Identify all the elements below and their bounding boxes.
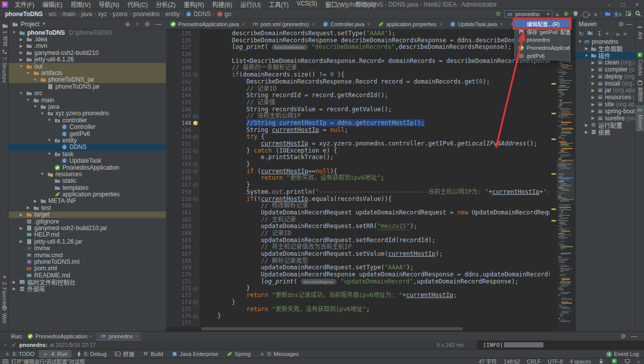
- tree-right-arrow-icon[interactable]: ▶: [12, 280, 17, 284]
- download-button[interactable]: ↧: [597, 30, 602, 37]
- editor[interactable]: PnonednsApplication.java×mpom.xml (pnone…: [166, 19, 550, 331]
- fold-minus-icon[interactable]: −: [193, 114, 198, 119]
- tool-window-button-终端[interactable]: 终端: [111, 350, 138, 358]
- status-item[interactable]: 4 spaces: [570, 358, 591, 364]
- expand-toolbar-icon[interactable]: »: [4, 342, 7, 347]
- tool-window-button-1: 项目[interactable]: 1: 项目: [1, 22, 9, 46]
- tree-right-arrow-icon[interactable]: ▶: [19, 37, 24, 42]
- editor-tab-pom.xml (pnonedns)[interactable]: mpom.xml (pnonedns)×: [249, 19, 318, 29]
- tree-arrow-icon[interactable]: ▶: [591, 116, 595, 120]
- tree-arrow-icon[interactable]: ▶: [584, 130, 589, 134]
- menu-item[interactable]: 窗口(W): [321, 0, 350, 9]
- maven-item-compiler[interactable]: ▶mcompiler (org.apac: [576, 66, 635, 73]
- tree-item-phoneToDNS[interactable]: ▼phoneToDNSD:\phoneToDNS: [9, 29, 166, 36]
- tree-down-arrow-icon[interactable]: ▼: [33, 78, 38, 82]
- fold-minus-icon[interactable]: −: [193, 183, 198, 187]
- run-button[interactable]: ▶: [556, 11, 559, 18]
- fold-column[interactable]: −: [192, 149, 199, 153]
- editor-tab-PnonednsApplication.java[interactable]: PnonednsApplication.java×: [166, 19, 249, 29]
- menu-item[interactable]: 文件(F): [11, 0, 38, 9]
- tree-right-arrow-icon[interactable]: ▶: [33, 199, 38, 203]
- fold-column[interactable]: −: [192, 114, 199, 119]
- tree-item-.idea[interactable]: ▶.idea: [9, 36, 166, 42]
- tree-right-arrow-icon[interactable]: ▶: [19, 226, 24, 231]
- close-tab-icon[interactable]: ×: [312, 22, 314, 27]
- tree-item-xyz.yzero.pnonedns[interactable]: ▼xyz.yzero.pnonedns: [9, 110, 166, 117]
- codota-icon[interactable]: [611, 358, 617, 364]
- run-configuration-select[interactable]: mpnonedns▼: [504, 10, 552, 18]
- tree-item-templates[interactable]: templates: [9, 184, 166, 191]
- fold-minus-icon[interactable]: −: [193, 162, 198, 167]
- close-tab-icon[interactable]: ×: [439, 22, 442, 27]
- breadcrumb-item[interactable]: java: [81, 11, 92, 18]
- tree-arrow-icon[interactable]: ▶: [584, 123, 589, 127]
- run-settings-button[interactable]: ⚙: [620, 333, 626, 340]
- tool-window-button-0: Messages[interactable]: ≡0: Messages: [255, 350, 302, 358]
- fold-column[interactable]: −: [192, 197, 199, 201]
- popup-item-pnonedns[interactable]: mpnonedns: [515, 36, 570, 44]
- fold-column[interactable]: −: [192, 183, 199, 187]
- breadcrumb-item[interactable]: CDDNS: [186, 11, 211, 18]
- tree-item-Controller[interactable]: CController: [9, 123, 166, 130]
- chevrons-button[interactable]: »: [623, 30, 627, 37]
- tree-down-arrow-icon[interactable]: ▼: [33, 104, 38, 109]
- stop-button[interactable]: ■: [594, 11, 597, 18]
- tree-item-.gitignore[interactable]: .gitignore: [9, 218, 166, 225]
- maven-item-jar[interactable]: ▶mjar (org.apache.ma: [576, 87, 635, 94]
- intention-bulb[interactable]: [192, 121, 199, 125]
- run-tab-PnonednsApplication[interactable]: PnonednsApplication×: [23, 332, 96, 341]
- close-tab-icon[interactable]: ×: [500, 22, 503, 27]
- menu-item[interactable]: 导航(N): [95, 0, 123, 9]
- breadcrumb-item[interactable]: go: [216, 11, 231, 18]
- horizontal-scrollbar[interactable]: [201, 327, 463, 330]
- tree-down-arrow-icon[interactable]: ▼: [47, 118, 52, 122]
- tree-arrow-icon[interactable]: ▶: [591, 88, 595, 93]
- close-tab-icon[interactable]: ×: [135, 334, 137, 339]
- breadcrumb-item[interactable]: xyz: [98, 11, 107, 18]
- tree-arrow-icon[interactable]: ▶: [591, 67, 595, 72]
- tree-arrow-icon[interactable]: ▼: [578, 39, 582, 44]
- tree-arrow-icon[interactable]: ▶: [591, 60, 595, 65]
- minimize-button[interactable]: –: [602, 0, 616, 9]
- tool-window-button-4: Run[interactable]: ▶4: Run: [39, 350, 71, 358]
- close-tab-icon[interactable]: ×: [90, 334, 92, 339]
- collapse-all-button[interactable]: ÷: [134, 21, 141, 28]
- tree-item-外部库[interactable]: ▶外部库: [9, 285, 166, 292]
- tree-item-artifacts[interactable]: ▼artifacts: [9, 69, 166, 76]
- status-item[interactable]: 47 字符: [479, 357, 497, 364]
- build-hammer-icon[interactable]: ⚒: [495, 11, 501, 18]
- locate-file-button[interactable]: ⊕: [124, 21, 132, 28]
- tree-arrow-icon[interactable]: ▶: [591, 74, 595, 79]
- profiler-button[interactable]: ◯▾: [582, 11, 591, 18]
- tree-down-arrow-icon[interactable]: ▼: [19, 64, 24, 68]
- tree-item-phoneToDNS.jar[interactable]: phoneToDNS.jar: [9, 83, 166, 90]
- tree-arrow-icon[interactable]: ▶: [591, 102, 595, 107]
- tree-right-arrow-icon[interactable]: ▶: [26, 205, 31, 210]
- hide-panel-button[interactable]: ―: [154, 21, 163, 28]
- menu-item[interactable]: 重构(R): [180, 0, 208, 9]
- popup-item-保存 'getIPv6' 配置 (S)[interactable]: 保存 'getIPv6' 配置 (S): [515, 28, 570, 36]
- popup-item-编辑配置...(R)[interactable]: 编辑配置...(R): [515, 20, 570, 28]
- plus-button[interactable]: +: [605, 30, 609, 37]
- maven-item-install[interactable]: ▶minstall (org.apache.: [576, 80, 635, 87]
- tree-item-entity[interactable]: ▼entity: [9, 137, 166, 143]
- tool-window-button-Codota[interactable]: Codota: [635, 50, 644, 77]
- menu-item[interactable]: 工具(T): [265, 0, 292, 9]
- monitor-icon[interactable]: [624, 358, 630, 364]
- tree-item-jetty-util-6.1.26[interactable]: ▶jetty-util-6.1.26: [9, 56, 166, 63]
- tree-item-mvnw[interactable]: >mvnw: [9, 245, 166, 252]
- tree-item-phoneToDNS_jar[interactable]: ▼phoneToDNS_jar: [9, 77, 166, 83]
- fold-minus-icon[interactable]: −: [193, 314, 198, 319]
- tree-right-arrow-icon[interactable]: ▶: [19, 239, 24, 244]
- tree-down-arrow-icon[interactable]: ▼: [26, 98, 31, 102]
- maven-item-依赖[interactable]: ▶依赖: [576, 128, 635, 135]
- tree-down-arrow-icon[interactable]: ▼: [40, 111, 45, 116]
- tree-item-src[interactable]: ▼src: [9, 90, 166, 97]
- search-everywhere-button[interactable]: [635, 11, 641, 18]
- tree-arrow-icon[interactable]: ▶: [591, 81, 595, 86]
- refresh-button[interactable]: ↻: [579, 30, 584, 37]
- tool-window-button-7: Structure[interactable]: 7: Structure: [1, 48, 8, 83]
- breadcrumb-item[interactable]: pnonedns: [133, 11, 160, 18]
- coverage-button[interactable]: [573, 11, 579, 18]
- tree-item-static[interactable]: static: [9, 178, 166, 184]
